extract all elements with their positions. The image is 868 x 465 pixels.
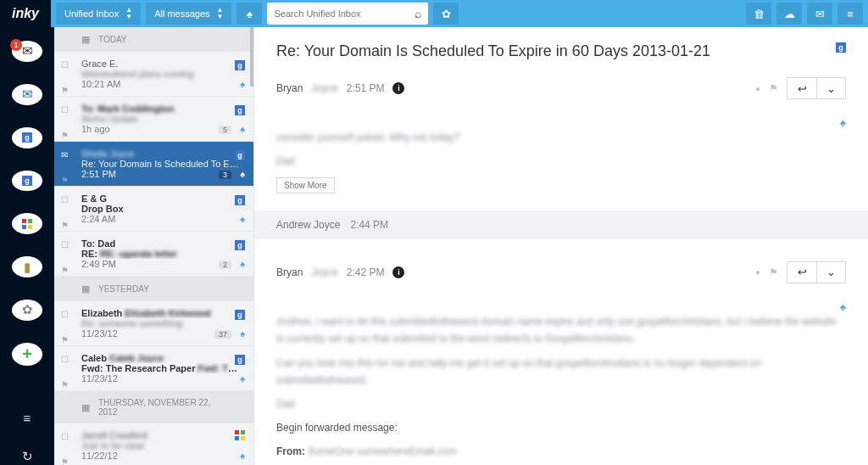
- list-item-from: Sheila Joyce: [81, 148, 242, 159]
- google-icon: g: [235, 195, 245, 205]
- checkbox-icon[interactable]: ☐: [61, 355, 69, 364]
- reply-dropdown[interactable]: ⌄: [816, 78, 845, 98]
- dot-icon: ●: [755, 267, 760, 277]
- rail-item-settings[interactable]: ✿: [12, 300, 42, 321]
- rail-item-inbox[interactable]: ✉: [12, 84, 42, 105]
- flag-icon[interactable]: ⚑: [61, 86, 69, 95]
- reply-button[interactable]: ↩: [787, 78, 816, 98]
- book-icon: ▮: [24, 260, 31, 275]
- flag-icon[interactable]: ⚑: [61, 457, 69, 465]
- menu-button[interactable]: ≡: [837, 3, 863, 25]
- inky-drop-icon: ♠: [247, 8, 253, 20]
- show-more-button[interactable]: Show More: [276, 177, 335, 193]
- sender-name-blur: Joyce: [311, 82, 337, 94]
- archive-button[interactable]: ☁: [776, 3, 802, 25]
- search-icon: ⌕: [415, 7, 421, 20]
- flag-icon[interactable]: ⚑: [769, 266, 778, 278]
- source-icon: g: [235, 353, 245, 365]
- list-item-time: 10:21 AM: [81, 79, 242, 89]
- source-icon: g: [235, 59, 245, 70]
- flag-icon[interactable]: ⚑: [769, 82, 778, 94]
- message-body: Dad: [276, 153, 846, 170]
- search-input[interactable]: [274, 8, 415, 19]
- checkbox-icon[interactable]: ☐: [61, 105, 69, 115]
- flag-icon[interactable]: ⚑: [61, 131, 69, 140]
- list-day-header: ▦YESTERDAY: [54, 277, 253, 301]
- list-item[interactable]: ☐ ⚑ E & G Drop Box 2:24 AM g ♠: [54, 187, 253, 232]
- list-item[interactable]: ☐ ⚑ Elizabeth Elizabeth Kirkwood Re: som…: [54, 301, 253, 346]
- rail-item-google-2[interactable]: g: [12, 171, 42, 192]
- cloud-icon: ☁: [784, 8, 795, 20]
- list-item-from: Grace E.: [81, 59, 242, 69]
- list-item[interactable]: ☐ ⚑ Caleb Caleb Joyce Fwd: The Research …: [54, 346, 253, 391]
- message-body: consider yourself poked. Why not today?: [276, 129, 846, 146]
- rail-list-toggle[interactable]: ≡: [7, 410, 47, 427]
- list-item-from: E & G: [81, 193, 242, 204]
- thread-entry-collapsed[interactable]: Andrew Joyce 2:44 PM: [254, 210, 868, 239]
- reply-dropdown[interactable]: ⌄: [816, 262, 845, 283]
- list-item-selected[interactable]: ✉ ⚑ Sheila Joyce Re: Your Domain Is Sche…: [54, 142, 253, 187]
- info-icon[interactable]: i: [392, 266, 404, 278]
- checkbox-icon[interactable]: ☐: [61, 432, 69, 441]
- reading-pane: Re: Your Domain Is Scheduled To Expire i…: [254, 27, 868, 465]
- message-list[interactable]: ▦TODAY ☐ ⚑ Grace E. Weeeeekend plans com…: [54, 27, 254, 465]
- flag-icon[interactable]: ⚑: [61, 266, 69, 275]
- inbox-selector-label: Unified Inbox: [64, 8, 119, 19]
- mail-open-icon[interactable]: ✉: [61, 150, 68, 160]
- list-day-header: ▦THURSDAY, NOVEMBER 22, 2012: [54, 391, 253, 423]
- checkbox-icon[interactable]: ☐: [61, 310, 69, 319]
- reply-group: ↩ ⌄: [787, 77, 846, 99]
- list-item-subject: Fwd: The Research Paper Fwd: The Researc…: [81, 363, 242, 373]
- search-field[interactable]: ⌕: [267, 3, 428, 25]
- list-item[interactable]: ☐ ⚑ Grace E. Weeeeekend plans coming 10:…: [54, 52, 253, 97]
- from-label: From:: [276, 445, 305, 457]
- google-icon: g: [235, 310, 245, 320]
- list-item-from: Elizabeth Kirkwood: [125, 308, 210, 318]
- flag-icon[interactable]: ⚑: [61, 380, 69, 389]
- inbox-selector[interactable]: Unified Inbox ▲▼: [56, 3, 141, 25]
- entry-time: 2:44 PM: [350, 219, 388, 231]
- delete-button[interactable]: 🗑: [746, 3, 771, 25]
- checkbox-icon[interactable]: ☐: [61, 240, 69, 249]
- google-icon: g: [235, 105, 245, 115]
- rail-sync-button[interactable]: ↻: [7, 448, 47, 465]
- list-item-subject: Re: someone something: [81, 318, 242, 328]
- move-button[interactable]: ✉: [807, 3, 832, 25]
- rail-item-windows[interactable]: [12, 213, 42, 234]
- list-item-time: 2:49 PM: [81, 259, 242, 269]
- reply-button[interactable]: ↩: [787, 262, 816, 283]
- hamburger-icon: ≡: [847, 8, 854, 20]
- rail-item-unified[interactable]: ✉ 1: [12, 41, 42, 62]
- relevance-button[interactable]: ♠: [236, 3, 262, 25]
- list-item[interactable]: ☐ ⚑ To: Mark Coddington Aloha Update 1h …: [54, 97, 253, 142]
- flag-icon[interactable]: ⚑: [61, 221, 69, 230]
- windows-icon: [22, 219, 32, 229]
- dot-icon: ●: [755, 84, 760, 93]
- google-icon: g: [235, 150, 245, 160]
- source-icon: g: [235, 104, 245, 115]
- info-icon[interactable]: i: [392, 82, 404, 94]
- list-item-from: Jarrell Crawford: [81, 430, 242, 440]
- list-item[interactable]: ☐ ⚑ Jarrell Crawford Just to be clear 11…: [54, 423, 253, 465]
- list-item-subject: Drop Box: [81, 204, 242, 214]
- checkbox-icon[interactable]: ☐: [61, 195, 69, 204]
- source-icon: g: [235, 193, 245, 205]
- flag-icon[interactable]: ⚑: [61, 335, 69, 345]
- filter-selector[interactable]: All messages ▲▼: [146, 3, 231, 25]
- top-toolbar: inky Unified Inbox ▲▼ All messages ▲▼ ♠ …: [0, 0, 868, 27]
- calendar-icon: ▦: [81, 283, 90, 294]
- checkbox-icon[interactable]: ☐: [61, 60, 69, 70]
- hamburger-icon: ≡: [24, 411, 31, 425]
- flag-icon[interactable]: ⚑: [61, 176, 69, 185]
- inky-drop-icon: ♠: [240, 214, 245, 224]
- rail-item-add-account[interactable]: +: [12, 343, 42, 366]
- list-item-from: To: Mark Coddington: [81, 104, 242, 114]
- rail-item-contacts[interactable]: ▮: [12, 256, 42, 277]
- list-item-subject: RE: RE: uganda letter: [81, 249, 242, 259]
- list-item[interactable]: ☐ ⚑ To: Dad RE: RE: uganda letter 2:49 P…: [54, 232, 253, 277]
- message-title: Re: Your Domain Is Scheduled To Expire i…: [276, 42, 710, 60]
- source-icon: [235, 430, 245, 443]
- settings-button[interactable]: ✿: [433, 3, 459, 25]
- reply-group: ↩ ⌄: [787, 261, 846, 283]
- rail-item-google-1[interactable]: g: [12, 127, 42, 148]
